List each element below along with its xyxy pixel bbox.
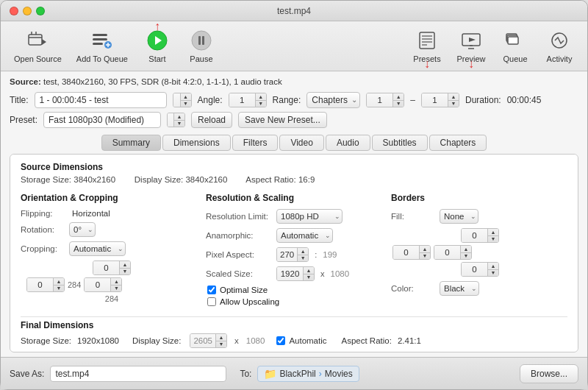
optimal-size-label: Optimal Size xyxy=(220,286,268,294)
borders-values: 0 ▲ ▼ 0 ▲ xyxy=(392,228,567,277)
title-input[interactable] xyxy=(35,92,167,108)
open-source-button[interactable]: Open Source xyxy=(8,26,68,66)
final-display-stepper[interactable]: 2605 ▲ ▼ xyxy=(190,333,227,348)
display-value: 3840x2160 xyxy=(185,175,227,184)
save-as-input[interactable] xyxy=(50,366,226,382)
add-queue-button[interactable]: Add To Queue xyxy=(71,26,134,66)
reload-button[interactable]: Reload xyxy=(191,112,232,128)
range-end-stepper[interactable]: 1 ▲ ▼ xyxy=(421,93,459,107)
pixel-w-up[interactable]: ▲ xyxy=(298,248,308,255)
cropping-select-wrapper: Automatic xyxy=(69,241,126,256)
allow-upscaling-checkbox[interactable] xyxy=(207,297,216,306)
final-display-down[interactable]: ▼ xyxy=(216,341,226,348)
border-left-up[interactable]: ▲ xyxy=(420,246,430,253)
title-stepper-down[interactable]: ▼ xyxy=(181,101,191,107)
range-start-stepper[interactable]: 1 ▲ ▼ xyxy=(366,93,404,107)
add-queue-label: Add To Queue xyxy=(76,54,128,63)
angle-stepper[interactable]: 1 ▲ ▼ xyxy=(229,93,267,107)
final-display-btns: ▲ ▼ xyxy=(216,334,226,347)
storage-value: 3840x2160 xyxy=(74,175,115,184)
fill-select[interactable]: None xyxy=(440,209,478,224)
start-button[interactable]: Start ↑ xyxy=(137,26,178,66)
display-label: Display Size: xyxy=(135,175,183,184)
path-folder: BlackPhil xyxy=(279,369,315,379)
border-top-down[interactable]: ▼ xyxy=(488,236,498,243)
border-top-stepper[interactable]: 0 ▲ ▼ xyxy=(461,228,499,243)
scaled-x-sep: x xyxy=(319,269,326,278)
crop-left-up[interactable]: ▲ xyxy=(54,278,64,286)
border-bottom-up[interactable]: ▲ xyxy=(488,263,498,270)
border-left-down[interactable]: ▼ xyxy=(420,253,430,260)
final-display-up[interactable]: ▲ xyxy=(216,334,226,341)
crop-top-up[interactable]: ▲ xyxy=(120,261,130,269)
range-start-up[interactable]: ▲ xyxy=(393,93,404,101)
orientation-section: Orientation & Cropping Flipping: Horizon… xyxy=(21,193,197,309)
preset-stepper-down[interactable]: ▼ xyxy=(174,121,184,127)
border-bottom-stepper[interactable]: 0 ▲ ▼ xyxy=(461,262,499,277)
preset-stepper[interactable]: ▲ ▼ xyxy=(167,113,185,127)
maximize-button[interactable] xyxy=(36,7,45,15)
cropping-select[interactable]: Automatic xyxy=(69,241,126,256)
tab-summary[interactable]: Summary xyxy=(101,135,161,151)
crop-right-down[interactable]: ▼ xyxy=(111,286,121,292)
angle-down[interactable]: ▼ xyxy=(256,101,266,107)
border-top-up[interactable]: ▲ xyxy=(488,229,498,236)
res-limit-select[interactable]: 1080p HD xyxy=(276,209,343,224)
border-bottom-btns: ▲ ▼ xyxy=(488,263,498,276)
range-end-down[interactable]: ▼ xyxy=(448,101,459,107)
tab-filters[interactable]: Filters xyxy=(232,135,279,151)
title-stepper[interactable]: ▲ ▼ xyxy=(173,93,192,107)
crop-top-stepper[interactable]: 0 ▲ ▼ xyxy=(93,260,131,275)
activity-button[interactable]: Activity xyxy=(539,26,580,66)
crop-left-down[interactable]: ▼ xyxy=(54,286,64,292)
range-start-down[interactable]: ▼ xyxy=(393,101,404,107)
optimal-size-checkbox[interactable] xyxy=(207,286,216,294)
tab-video[interactable]: Video xyxy=(279,135,323,151)
range-end-buttons: ▲ ▼ xyxy=(448,93,459,107)
scaled-w-stepper[interactable]: 1920 ▲ ▼ xyxy=(276,266,315,281)
border-right-stepper[interactable]: 0 ▲ ▼ xyxy=(434,245,472,260)
to-label: To: xyxy=(240,369,251,379)
crop-right-up[interactable]: ▲ xyxy=(111,278,121,286)
path-sub: Movies xyxy=(325,369,353,379)
anamorphic-select[interactable]: Automatic xyxy=(276,228,333,243)
crop-left-stepper[interactable]: 0 ▲ ▼ xyxy=(26,277,65,292)
color-select[interactable]: Black xyxy=(440,281,479,296)
final-auto-checkbox[interactable] xyxy=(276,336,285,345)
close-button[interactable] xyxy=(10,7,18,15)
range-type-select[interactable]: Chapters xyxy=(306,92,360,108)
minimize-button[interactable] xyxy=(23,7,32,15)
tab-chapters[interactable]: Chapters xyxy=(429,135,487,151)
preset-stepper-up[interactable]: ▲ xyxy=(174,113,184,121)
border-bottom-down[interactable]: ▼ xyxy=(488,270,498,277)
svg-rect-27 xyxy=(508,37,518,44)
save-preset-button[interactable]: Save New Preset... xyxy=(238,112,327,128)
tab-dimensions[interactable]: Dimensions xyxy=(162,135,231,151)
border-right-up[interactable]: ▲ xyxy=(461,246,471,253)
border-left-stepper[interactable]: 0 ▲ ▼ xyxy=(392,245,431,260)
scaled-w-up[interactable]: ▲ xyxy=(304,267,314,274)
presets-button[interactable]: Presets ↓ xyxy=(406,26,448,66)
pause-label: Pause xyxy=(190,54,212,63)
crop-right-stepper[interactable]: 0 ▲ ▼ xyxy=(84,277,122,292)
pixel-w-stepper[interactable]: 270 ▲ ▼ xyxy=(276,247,309,262)
open-source-label: Open Source xyxy=(14,54,62,63)
queue-button[interactable]: Queue xyxy=(495,26,536,66)
rotation-select-wrapper: 0° xyxy=(69,222,96,237)
border-right-down[interactable]: ▼ xyxy=(461,253,471,260)
crop-top-down[interactable]: ▼ xyxy=(120,269,130,275)
tab-subtitles[interactable]: Subtitles xyxy=(372,135,428,151)
preview-button[interactable]: Preview ↓ xyxy=(451,26,492,66)
title-stepper-up[interactable]: ▲ xyxy=(181,93,191,101)
crop-left-val: 0 xyxy=(27,278,54,291)
tab-audio[interactable]: Audio xyxy=(326,135,370,151)
pause-button[interactable]: Pause xyxy=(181,26,222,66)
browse-button[interactable]: Browse... xyxy=(520,364,578,383)
range-end-up[interactable]: ▲ xyxy=(448,93,459,101)
path-display[interactable]: 📁 BlackPhil › Movies xyxy=(257,366,359,382)
angle-up[interactable]: ▲ xyxy=(256,93,266,101)
preset-input[interactable] xyxy=(43,112,161,128)
pixel-w-down[interactable]: ▼ xyxy=(298,255,308,262)
scaled-w-down[interactable]: ▼ xyxy=(304,274,314,281)
rotation-select[interactable]: 0° xyxy=(69,222,96,237)
